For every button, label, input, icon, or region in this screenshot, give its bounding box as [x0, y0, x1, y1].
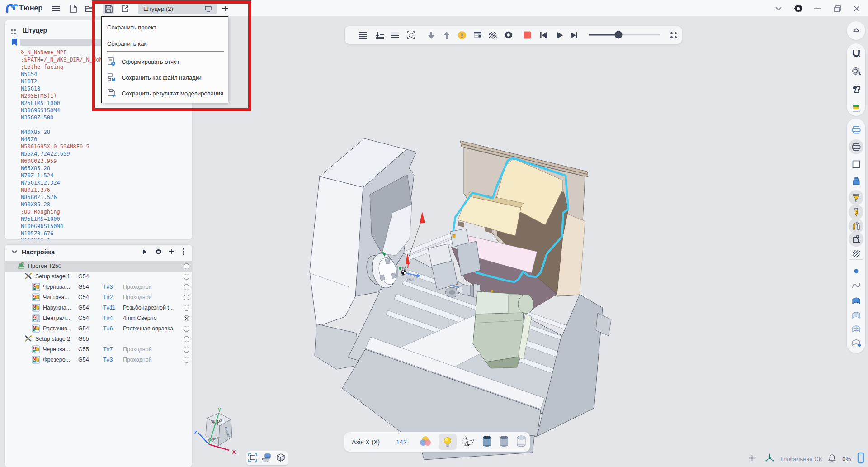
row-radio[interactable] — [184, 336, 189, 342]
play-icon[interactable] — [142, 249, 147, 255]
play-icon[interactable] — [553, 26, 566, 44]
align-lines-icon[interactable] — [388, 26, 401, 44]
machine-part-icon[interactable] — [849, 82, 863, 97]
surface-grid-icon[interactable] — [849, 321, 863, 336]
row-radio[interactable] — [184, 315, 189, 321]
row-radio[interactable] — [184, 326, 189, 332]
fit-view-icon[interactable] — [248, 453, 257, 464]
blank-square-icon[interactable] — [849, 157, 863, 172]
code-line[interactable]: N75G1X12.324 — [21, 179, 125, 186]
chevron-down-icon[interactable] — [773, 3, 784, 14]
part-blue-icon[interactable] — [849, 174, 863, 189]
collapse-chevron-icon[interactable] — [12, 250, 17, 254]
code-line[interactable]: N35G0Z-500 — [21, 114, 125, 121]
row-radio[interactable] — [184, 357, 189, 363]
row-radio[interactable] — [184, 263, 189, 269]
bell-icon[interactable] — [828, 454, 836, 464]
code-line[interactable]: N80Z1.276 — [21, 186, 125, 194]
skip-start-icon[interactable] — [537, 26, 550, 44]
cylinder-steel-icon[interactable] — [499, 435, 510, 449]
tool-cone-icon[interactable] — [849, 190, 863, 205]
point-icon[interactable] — [849, 263, 863, 278]
setup-row[interactable]: G Растачив... G54 T#6 Расточная оправка — [5, 324, 192, 334]
curve-icon[interactable] — [849, 278, 863, 293]
view-cube[interactable]: Верх Справа Спереди Y Z X — [192, 405, 251, 462]
surface-light-icon[interactable] — [849, 308, 863, 323]
row-radio[interactable] — [184, 274, 189, 280]
code-line[interactable]: N105Z0.676 — [21, 230, 125, 237]
code-line[interactable]: N110X88.9 — [21, 237, 125, 239]
code-line[interactable]: N70Z-1.524 — [21, 172, 125, 179]
cylinder-light-icon[interactable] — [516, 435, 527, 449]
probe-icon[interactable] — [849, 64, 863, 79]
warning-icon[interactable] — [455, 26, 469, 44]
setup-row[interactable]: Setup stage 2 G55 — [5, 334, 192, 344]
plus-icon[interactable] — [168, 248, 175, 255]
surface-blue-icon[interactable] — [849, 293, 863, 308]
coordinate-system-icon[interactable] — [765, 453, 774, 464]
setup-row[interactable]: G Чернова... G55 T#7 Проходной — [5, 344, 192, 355]
kebab-icon[interactable] — [183, 248, 184, 255]
new-file-icon[interactable] — [67, 3, 79, 14]
bookmark-icon[interactable] — [11, 38, 17, 46]
arrow-up-icon[interactable] — [440, 26, 453, 44]
row-radio[interactable] — [184, 305, 189, 311]
sidebar-collapse-button[interactable] — [847, 21, 865, 40]
drill-icon[interactable] — [849, 205, 863, 219]
magnet-icon[interactable] — [849, 46, 863, 61]
code-line[interactable]: N40X85.28 — [21, 129, 125, 136]
cs-label[interactable]: Глобальная СК — [780, 456, 822, 462]
code-line[interactable] — [21, 121, 125, 129]
row-radio[interactable] — [184, 347, 189, 353]
setup-row[interactable]: G Чистова... G54 T#2 Проходной — [5, 292, 192, 303]
code-line[interactable]: N85G0Z1.576 — [21, 194, 125, 201]
plane-arrow-icon[interactable] — [462, 435, 476, 449]
goto-line-icon[interactable] — [373, 26, 387, 44]
panel-report-icon[interactable] — [471, 26, 484, 44]
setup-row[interactable]: Setup stage 1 G54 — [5, 272, 192, 282]
code-line[interactable]: N55X4.724Z2.659 — [21, 150, 125, 157]
rgb-icon[interactable] — [419, 435, 432, 449]
drag-handle-icon[interactable] — [11, 28, 16, 36]
setup-row[interactable]: G Централ... G54 T#4 4mm Сверло — [5, 313, 192, 324]
gear-icon[interactable] — [155, 248, 162, 255]
code-line[interactable]: N45Z0 — [21, 136, 125, 143]
setup-row[interactable]: G Чернова... G54 T#3 Проходной — [5, 282, 192, 292]
layers-icon[interactable] — [261, 453, 271, 464]
code-line[interactable]: N95LIMS=1000 — [21, 215, 125, 223]
skip-end-icon[interactable] — [567, 26, 581, 44]
gear-icon[interactable] — [793, 3, 804, 14]
toolpath-gray-icon[interactable] — [849, 139, 863, 154]
restore-icon[interactable] — [831, 3, 843, 14]
code-line[interactable]: N90X85.28 — [21, 201, 125, 208]
add-cs-button[interactable] — [749, 455, 755, 463]
cylinder-dark-icon[interactable] — [482, 435, 493, 449]
setup-row[interactable]: G Наружна... G54 T#11 Резьбонарезной t..… — [5, 303, 192, 313]
minimize-icon[interactable] — [811, 3, 823, 14]
dots-grid-icon[interactable] — [667, 26, 680, 44]
row-radio[interactable] — [184, 295, 189, 300]
bulb-icon[interactable] — [439, 434, 457, 450]
setup-row[interactable]: Протон Т250 — [5, 261, 192, 272]
code-line[interactable]: N60G0Z2.959 — [21, 157, 125, 165]
hatch-icon[interactable] — [486, 26, 500, 44]
code-line[interactable]: ;OD Roughing — [21, 208, 125, 215]
arrow-down-icon[interactable] — [425, 26, 438, 44]
box-wire-icon[interactable] — [275, 453, 286, 464]
hamburger-icon[interactable] — [50, 3, 62, 14]
select-region-icon[interactable] — [404, 26, 418, 44]
stop-icon[interactable] — [520, 26, 534, 44]
code-line[interactable]: N65X85.28 — [21, 165, 125, 172]
gear-icon[interactable] — [501, 26, 515, 44]
close-icon[interactable] — [851, 3, 863, 14]
setup-row[interactable]: G Фрезеро... G54 T#3 Проходной — [5, 355, 192, 365]
axis-value[interactable]: 142 — [396, 438, 406, 446]
machine-icon-side[interactable] — [849, 232, 863, 247]
toolpath-blue-icon[interactable] — [849, 122, 863, 137]
row-radio[interactable] — [184, 284, 189, 290]
sim-progress-slider[interactable] — [585, 26, 676, 44]
stock-layers-icon[interactable] — [849, 100, 863, 115]
justify-lines-icon[interactable] — [356, 26, 370, 44]
code-line[interactable]: N100G96S150M4 — [21, 223, 125, 230]
code-line[interactable]: N50G1G95X-0.594M8F0.5 — [21, 143, 125, 150]
